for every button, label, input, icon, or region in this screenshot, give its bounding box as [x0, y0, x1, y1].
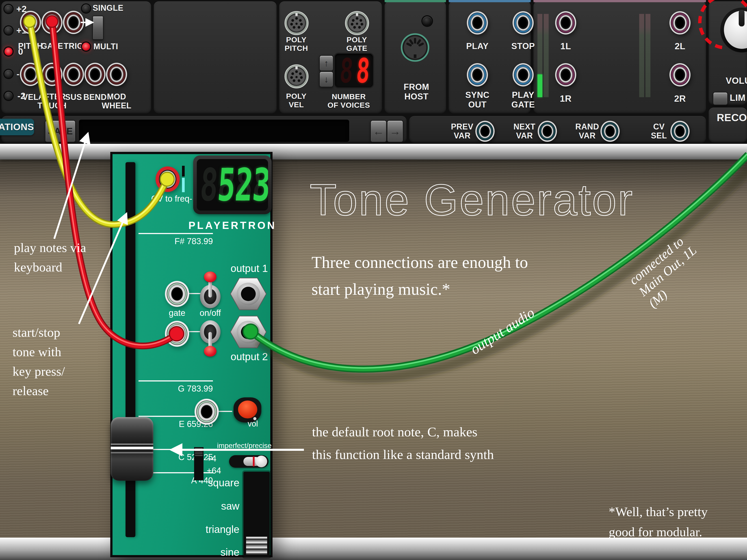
pitch-fader-handle[interactable]: [111, 417, 153, 481]
octave-label: +2: [16, 4, 27, 14]
variations-tag-label: ATIONS: [0, 122, 34, 132]
din-poly-vel[interactable]: [284, 64, 309, 89]
variation-name-field[interactable]: [79, 119, 349, 142]
annotation-root-note: the default root note, C, makes this fun…: [312, 421, 494, 466]
pitch-fader-track[interactable]: [126, 162, 135, 537]
vu-meter-1-left-level: [537, 74, 542, 97]
jack-vel[interactable]: [27, 70, 34, 79]
jack-1l[interactable]: [562, 18, 569, 28]
label-output2: output 2: [231, 351, 268, 363]
jack-module-gate1[interactable]: [172, 288, 182, 299]
top-rack-section: +2 +1 0 -1 -2 PITCH GATE TRIG SINGLE MUL…: [0, 0, 747, 144]
from-host-led: [422, 16, 432, 26]
save-button[interactable]: SAVE: [45, 120, 76, 142]
variations-tag: ATIONS: [0, 119, 34, 135]
toggle1-stem[interactable]: [208, 281, 212, 297]
jack-aftertouch[interactable]: [48, 70, 56, 79]
synth-rack-screenshot: +2 +1 0 -1 -2 PITCH GATE TRIG SINGLE MUL…: [0, 0, 747, 560]
jack-cv-to-freq[interactable]: [163, 174, 172, 184]
label-play: PLAY: [466, 42, 489, 51]
label-wave-square: square: [173, 477, 239, 489]
jack-next-var[interactable]: [544, 127, 551, 135]
link-gate1-toggle: [188, 293, 201, 294]
label-2r: 2R: [674, 94, 686, 104]
limit-led-button[interactable]: [713, 92, 728, 105]
label-sus: SUS: [65, 93, 82, 102]
label-wave-saw: saw: [173, 500, 239, 512]
annotation-footnote: *Well, that’s pretty good for modular.: [609, 502, 708, 542]
din-poly-pitch[interactable]: [284, 11, 309, 35]
label-wave-sine: sine: [173, 546, 239, 558]
jack-bend[interactable]: [91, 70, 99, 79]
prev-arrow-button[interactable]: ←: [370, 120, 387, 142]
jack-2r[interactable]: [676, 70, 684, 80]
label-modwheel: MOD WHEEL: [102, 92, 132, 110]
jack-output1[interactable]: [229, 275, 268, 313]
cv-tick-cyan: [182, 178, 185, 192]
label-output1: output 1: [231, 263, 268, 274]
voices-ghost-digit: 8: [339, 54, 352, 87]
display-digit: 5: [216, 161, 231, 209]
vol-knob[interactable]: [238, 401, 257, 419]
octave-led-minus1: [4, 70, 12, 78]
jack-play-gate[interactable]: [519, 70, 527, 80]
panel-blank: [154, 1, 277, 113]
label-single: SINGLE: [93, 4, 123, 12]
single-multi-switch[interactable]: [92, 16, 104, 40]
label-vel: VEL: [22, 93, 38, 102]
jack-1r[interactable]: [562, 70, 569, 80]
octave-led-plus1: [4, 26, 12, 34]
label-volume: VOLU: [726, 76, 747, 86]
label-stop: STOP: [511, 42, 535, 51]
jack-sus[interactable]: [70, 70, 77, 79]
octave-label: +1: [16, 26, 27, 36]
jack-trig[interactable]: [70, 18, 77, 27]
label-onoff: on/off: [200, 309, 221, 318]
jack-prev-var[interactable]: [482, 127, 488, 135]
transpose-mini-slider[interactable]: [194, 447, 204, 480]
waveform-slider-handle[interactable]: [246, 537, 267, 555]
jack-play[interactable]: [473, 18, 481, 28]
label-pitch: PITCH: [18, 42, 43, 51]
label-1l: 1L: [560, 41, 571, 51]
jack-output2[interactable]: [229, 313, 268, 351]
multi-led: [82, 43, 90, 51]
jack-rand-var[interactable]: [607, 127, 613, 135]
jack-modwheel[interactable]: [113, 70, 120, 79]
octave-led-zero: [4, 48, 12, 56]
voices-up-button[interactable]: ↑: [319, 55, 334, 71]
jack-sync-out[interactable]: [473, 70, 481, 80]
waveform-slider-track[interactable]: [243, 472, 270, 557]
module-name: PLAYERTRON: [188, 220, 277, 231]
mini-slider-handle[interactable]: [195, 448, 203, 457]
imperfect-slider-knob[interactable]: [256, 456, 267, 467]
scale-line-g: [138, 380, 213, 381]
toggle2-cap[interactable]: [204, 346, 216, 356]
octave-label: -1: [17, 69, 25, 79]
next-arrow-button[interactable]: →: [387, 120, 404, 142]
octave-led-plus2: [4, 5, 12, 13]
jack-stop[interactable]: [519, 18, 527, 28]
jack-2l[interactable]: [676, 18, 684, 28]
jack-cv-sel[interactable]: [677, 127, 684, 135]
volume-knob-pointer: [739, 10, 745, 26]
jack-module-gate2[interactable]: [172, 328, 182, 339]
scale-label-fsharp: F# 783.99: [139, 237, 213, 246]
label-aftertouch: AFTER TOUCH: [37, 92, 67, 110]
label-poly-vel: POLY VEL: [286, 92, 306, 109]
toggle1-cap[interactable]: [204, 271, 216, 282]
label-cv-sel: CV SEL: [651, 122, 667, 140]
scale-line-fsharp: [138, 233, 213, 234]
jack-vol-cv[interactable]: [202, 406, 211, 417]
fader-groove: [111, 444, 153, 445]
jack-pitch[interactable]: [27, 18, 34, 27]
label-vol: vol: [248, 419, 258, 428]
voices-down-button[interactable]: ↓: [319, 71, 334, 87]
label-play-gate: PLAY GATE: [511, 90, 535, 109]
label-from-host: FROM HOST: [404, 82, 429, 101]
jack-gate[interactable]: [48, 18, 56, 27]
din-from-host[interactable]: [401, 33, 430, 62]
din-poly-gate[interactable]: [345, 11, 369, 35]
frequency-display-frame: 8 85 82 83: [193, 156, 272, 214]
label-plus64: +64: [207, 466, 221, 476]
